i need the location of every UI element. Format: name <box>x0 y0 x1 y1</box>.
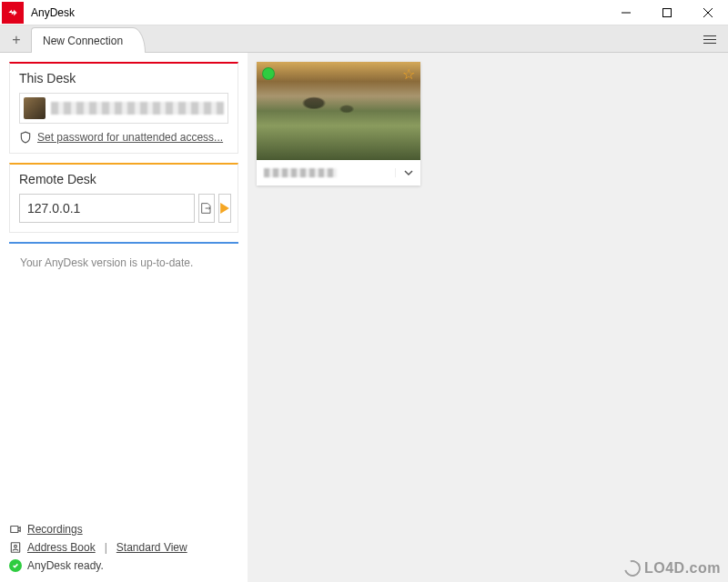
status-online-icon <box>262 67 275 80</box>
panel-title: This Desk <box>19 71 228 85</box>
app-logo <box>2 2 24 24</box>
tab-new-connection[interactable]: New Connection <box>31 27 146 53</box>
address-book-icon <box>9 541 22 554</box>
tab-label: New Connection <box>43 35 123 47</box>
titlebar: AnyDesk <box>0 0 728 25</box>
connect-button[interactable] <box>218 194 231 223</box>
session-options-button[interactable] <box>395 168 420 177</box>
svg-rect-1 <box>662 8 671 16</box>
hamburger-menu-button[interactable] <box>699 29 721 49</box>
svg-point-6 <box>15 545 17 547</box>
svg-rect-4 <box>11 527 18 533</box>
this-desk-address[interactable] <box>19 93 228 124</box>
set-password-link[interactable]: Set password for unattended access... <box>19 131 228 144</box>
avatar <box>24 97 46 119</box>
status-ok-icon <box>9 559 22 572</box>
minimize-button[interactable] <box>605 0 646 25</box>
panel-remote-desk: Remote Desk <box>9 163 238 233</box>
address-value-redacted <box>51 102 224 115</box>
set-password-label: Set password for unattended access... <box>37 131 223 144</box>
shield-icon <box>19 131 32 144</box>
app-title: AnyDesk <box>31 6 75 19</box>
session-name-redacted <box>264 168 337 177</box>
favorite-star-icon[interactable]: ☆ <box>402 65 415 83</box>
separator: | <box>105 541 107 554</box>
recordings-icon <box>9 523 22 536</box>
recent-session-card[interactable]: ☆ <box>257 62 420 186</box>
close-button[interactable] <box>687 0 728 25</box>
file-transfer-button[interactable] <box>198 194 215 223</box>
footer: Recordings Address Book | Standard View … <box>0 515 248 582</box>
panel-this-desk: This Desk Set password for unattended ac… <box>9 62 238 154</box>
update-message: Your AnyDesk version is up-to-date. <box>18 251 229 278</box>
left-column: This Desk Set password for unattended ac… <box>0 53 248 522</box>
standard-view-link[interactable]: Standard View <box>116 541 187 554</box>
main-area: This Desk Set password for unattended ac… <box>0 53 728 522</box>
watermark-text: LO4D.com <box>644 560 721 577</box>
remote-address-input[interactable] <box>19 194 195 223</box>
tabbar: + New Connection <box>0 25 728 53</box>
session-thumbnail: ☆ <box>257 62 420 160</box>
new-tab-button[interactable]: + <box>4 28 29 52</box>
panel-update-status: Your AnyDesk version is up-to-date. <box>9 242 238 287</box>
panel-title: Remote Desk <box>19 172 228 186</box>
maximize-button[interactable] <box>646 0 687 25</box>
session-label <box>257 168 395 177</box>
right-column: ☆ <box>248 53 728 522</box>
status-text: AnyDesk ready. <box>27 559 104 572</box>
watermark: LO4D.com <box>624 560 721 577</box>
address-book-link[interactable]: Address Book <box>27 541 96 554</box>
watermark-icon <box>622 557 644 580</box>
recordings-link[interactable]: Recordings <box>27 523 83 536</box>
